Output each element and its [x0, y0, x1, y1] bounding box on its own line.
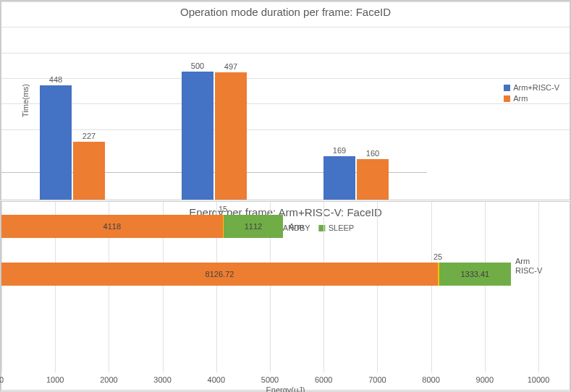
xtick: 3000 [153, 375, 171, 384]
xtick: 9000 [476, 375, 494, 384]
seg-value: 4118 [103, 222, 121, 231]
seg-value: 25 [433, 252, 442, 261]
chart-top-plot: 0 100 200 300 400 500 600 ACTIVE STANDBY… [1, 20, 427, 173]
bar: 160 [357, 159, 389, 200]
xtick: 4000 [208, 375, 225, 384]
legend-label: Arm [513, 94, 528, 103]
chart-top: Operation mode duration per frame: FaceI… [1, 1, 570, 200]
seg-value: 8126.72 [206, 270, 234, 278]
legend-swatch-icon [504, 95, 510, 102]
chart-container: Operation mode duration per frame: FaceI… [0, 0, 571, 392]
chart-bot-plot: 0 1000 2000 3000 4000 5000 6000 7000 800… [1, 220, 538, 334]
row-label-line: Arm [515, 257, 542, 266]
bar-value: 227 [83, 132, 96, 140]
xtick: 5000 [261, 375, 279, 384]
legend-top: Arm+RISC-V Arm [504, 81, 559, 105]
legend-item: Arm [504, 94, 559, 103]
seg-value: 1333.41 [460, 270, 489, 278]
bar-value: 160 [366, 149, 379, 158]
hseg-active: 4118 [1, 215, 223, 238]
bar-value: 497 [224, 62, 237, 71]
seg-value: 15 [219, 205, 227, 213]
y-axis-label: Time(ms) [21, 84, 30, 117]
legend-label: Arm+RISC-V [513, 83, 559, 92]
legend-item: Arm+RISC-V [504, 83, 559, 92]
legend-swatch-icon [319, 225, 326, 231]
bar: 448 [40, 85, 72, 200]
bar-value: 500 [191, 61, 204, 70]
bar: 497 [215, 72, 247, 200]
xtick: 0 [0, 375, 4, 384]
legend-label: SLEEP [329, 223, 354, 232]
bar: 169 [323, 156, 355, 200]
xtick: 8000 [422, 375, 439, 384]
x-axis-label: Energy(μJ) [266, 385, 305, 392]
bar-value: 448 [49, 75, 62, 84]
bar: 227 [73, 142, 105, 200]
row-label-line: RISC-V [515, 266, 542, 276]
row-label: Arm RISC-V [515, 257, 542, 276]
hseg-active: 8126.72 [1, 263, 438, 286]
bar: 500 [182, 72, 213, 200]
seg-value: 1112 [245, 222, 262, 231]
chart-top-title: Operation mode duration per frame: FaceI… [1, 1, 570, 20]
bar-value: 169 [333, 146, 346, 155]
legend-swatch-icon [504, 85, 510, 91]
hseg-sleep: 1112 [224, 215, 284, 238]
row-label: Arm [289, 222, 303, 231]
xtick: 10000 [528, 375, 550, 384]
xtick: 6000 [315, 375, 332, 384]
chart-bot: Energy per frame: Arm+RISC-V: FaceID ACT… [1, 201, 570, 391]
xtick: 7000 [368, 375, 386, 384]
hseg-sleep: 1333.41 [439, 263, 511, 286]
xtick: 2000 [100, 375, 117, 384]
xtick: 1000 [46, 375, 64, 384]
